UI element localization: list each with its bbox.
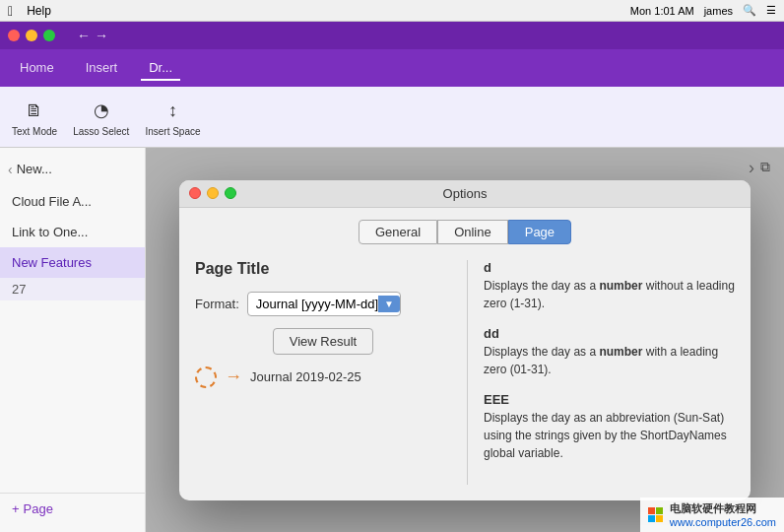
- view-result-button[interactable]: View Result: [273, 328, 373, 355]
- add-page-button[interactable]: + Page: [0, 493, 145, 524]
- toolbar-top: ← →: [0, 22, 784, 49]
- dialog-right-panel[interactable]: d Displays the day as a number without a…: [467, 260, 735, 485]
- text-mode-icon: 🗎: [21, 97, 48, 124]
- tab-home[interactable]: Home: [12, 56, 62, 81]
- dialog-tabs: General Online Page: [179, 208, 751, 244]
- format-dropdown-arrow[interactable]: ▼: [378, 296, 400, 312]
- dialog-close-button[interactable]: [189, 187, 201, 199]
- result-text: Journal 2019-02-25: [250, 369, 361, 384]
- tab-insert[interactable]: Insert: [78, 56, 126, 81]
- watermark-site2: www.computer26.com: [670, 516, 776, 528]
- sidebar-page-num: 27: [0, 278, 145, 300]
- win-logo-blue: [648, 515, 655, 522]
- tab-online[interactable]: Online: [437, 220, 508, 244]
- windows-logo: [648, 507, 664, 523]
- menu-help[interactable]: Help: [27, 4, 51, 18]
- app-window: ← → Home Insert Dr... 🗎 Text Mode ◔ Lass…: [0, 22, 784, 532]
- toolbar-bottom: Home Insert Dr...: [0, 49, 784, 87]
- tab-general[interactable]: General: [359, 220, 437, 244]
- help-code-eee: EEE: [484, 392, 735, 407]
- help-desc-dd: Displays the day as a number with a lead…: [484, 343, 735, 378]
- nav-arrows: ← →: [77, 28, 108, 43]
- tab-draw[interactable]: Dr...: [141, 56, 180, 81]
- add-page-label: Page: [24, 501, 53, 516]
- watermark-site1: 电脑软硬件教程网: [670, 501, 776, 516]
- sidebar-back-icon[interactable]: ‹: [8, 162, 13, 177]
- dialog-maximize-button[interactable]: [225, 187, 236, 199]
- help-entry-d: d Displays the day as a number without a…: [484, 260, 735, 312]
- help-entry-dd: dd Displays the day as a number with a l…: [484, 326, 735, 378]
- options-dialog: Options General Online Page Page Title: [179, 180, 751, 500]
- sidebar-item-cloud-file[interactable]: Cloud File A...: [0, 186, 145, 217]
- dialog-titlebar: Options: [179, 180, 751, 208]
- lasso-icon: ◔: [88, 97, 115, 124]
- sidebar-item-cloud-file-label: Cloud File A...: [12, 194, 92, 209]
- tab-page[interactable]: Page: [508, 220, 571, 244]
- win-logo-green: [656, 507, 663, 514]
- toolbar: ← → Home Insert Dr...: [0, 22, 784, 87]
- dialog-body: Page Title Format: Journal [yyyy-MM-dd] …: [179, 244, 751, 500]
- apple-menu[interactable]: : [8, 3, 13, 19]
- dialog-title: Options: [443, 186, 488, 201]
- forward-arrow[interactable]: →: [95, 28, 108, 43]
- ribbon-text-mode-label: Text Mode: [12, 126, 57, 137]
- result-arrow-icon: →: [225, 366, 242, 387]
- help-code-dd: dd: [484, 326, 735, 341]
- help-desc-eee: Displays the day as an abbreviation (Sun…: [484, 409, 735, 462]
- sidebar-item-link-to-one-label: Link to One...: [12, 225, 88, 239]
- sidebar: ‹ 🔍 Cloud File A... Link to One... New F…: [0, 148, 146, 532]
- ribbon-text-mode[interactable]: 🗎 Text Mode: [12, 97, 57, 137]
- sidebar-item-link-to-one[interactable]: Link to One...: [0, 217, 145, 247]
- help-desc-d: Displays the day as a number without a l…: [484, 277, 735, 312]
- help-entry-eee: EEE Displays the day as an abbreviation …: [484, 392, 735, 462]
- menubar-right: Mon 1:01 AM james 🔍 ☰: [630, 4, 776, 17]
- close-button[interactable]: [8, 30, 20, 41]
- ribbon-lasso-select[interactable]: ◔ Lasso Select: [73, 97, 129, 137]
- sidebar-search-row: ‹ 🔍: [0, 156, 145, 182]
- maximize-button[interactable]: [43, 30, 55, 41]
- plus-icon: +: [12, 501, 20, 516]
- traffic-lights: [8, 30, 55, 41]
- dialog-left-panel: Page Title Format: Journal [yyyy-MM-dd] …: [195, 260, 451, 485]
- back-arrow[interactable]: ←: [77, 28, 91, 43]
- dialog-overlay: Options General Online Page Page Title: [146, 148, 784, 532]
- help-code-d: d: [484, 260, 735, 275]
- format-value: Journal [yyyy-MM-dd]: [256, 297, 378, 311]
- menu-time: Mon 1:01 AM: [630, 5, 694, 17]
- ribbon: 🗎 Text Mode ◔ Lasso Select ↕ Insert Spac…: [0, 87, 784, 148]
- ribbon-insert-space[interactable]: ↕ Insert Space: [145, 97, 200, 137]
- format-row: Format: Journal [yyyy-MM-dd] ▼: [195, 292, 451, 316]
- dialog-traffic-lights: [189, 187, 236, 199]
- page-area: ⧉ › Options: [146, 148, 784, 532]
- ribbon-lasso-label: Lasso Select: [73, 126, 129, 137]
- format-label: Format:: [195, 297, 239, 311]
- watermark: 电脑软硬件教程网 www.computer26.com: [640, 498, 784, 532]
- insert-space-icon: ↕: [159, 97, 186, 124]
- search-icon[interactable]: 🔍: [743, 4, 756, 17]
- menu-user: james: [704, 5, 733, 17]
- win-logo-red: [648, 507, 655, 514]
- menubar-left:  Help: [8, 3, 51, 19]
- sidebar-item-new-features-label: New Features: [12, 255, 92, 270]
- section-title: Page Title: [195, 260, 451, 278]
- minimize-button[interactable]: [26, 30, 37, 41]
- dialog-minimize-button[interactable]: [207, 187, 219, 199]
- menu-icon[interactable]: ☰: [766, 4, 776, 17]
- watermark-text: 电脑软硬件教程网 www.computer26.com: [670, 501, 776, 528]
- sidebar-item-new-features[interactable]: New Features: [0, 247, 145, 278]
- ribbon-insert-space-label: Insert Space: [145, 126, 200, 137]
- menubar:  Help Mon 1:01 AM james 🔍 ☰: [0, 0, 784, 22]
- result-preview: → Journal 2019-02-25: [195, 366, 451, 388]
- win-logo-yellow: [656, 515, 663, 522]
- dashed-ring-icon: [195, 366, 217, 388]
- main-content: ‹ 🔍 Cloud File A... Link to One... New F…: [0, 148, 784, 532]
- format-select[interactable]: Journal [yyyy-MM-dd] ▼: [247, 292, 401, 316]
